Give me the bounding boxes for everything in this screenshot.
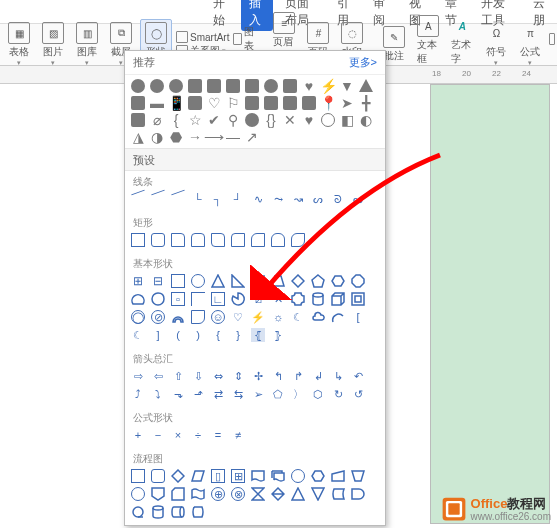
shape-item[interactable]: ⟶ [207, 130, 221, 144]
shape-item[interactable] [131, 113, 145, 127]
btn-insertnum[interactable]: 插入数字 [549, 11, 557, 67]
link-more[interactable]: 更多> [349, 55, 377, 70]
shape-rounddiag[interactable] [291, 233, 305, 247]
btn-gallery[interactable]: ▥图库▾ [72, 20, 102, 69]
shape-rtriangle[interactable] [231, 274, 245, 288]
shape-item[interactable]: 📍 [321, 96, 335, 110]
shape-chord[interactable] [131, 292, 145, 306]
shape-diagstripe[interactable]: ⧄ [251, 292, 265, 306]
shape-lshape[interactable]: ∟ [211, 292, 225, 306]
shape-item[interactable] [245, 96, 259, 110]
shape-snip1[interactable] [171, 233, 185, 247]
shape-manualinput[interactable] [331, 469, 345, 483]
shape-pie[interactable] [231, 292, 245, 306]
shape-extract[interactable] [291, 487, 305, 501]
shape-item[interactable] [245, 113, 259, 127]
shape-magdisk[interactable] [151, 505, 165, 519]
shape-snipround[interactable] [231, 233, 245, 247]
shape-connector[interactable] [131, 487, 145, 501]
shape-arrow-d[interactable]: ⇩ [191, 369, 205, 383]
shape-terminator[interactable] [291, 469, 305, 483]
shape-item[interactable] [188, 79, 202, 93]
shape-item[interactable]: ♡ [207, 96, 221, 110]
shape-display[interactable] [191, 505, 205, 519]
shape-arrow-bent[interactable]: ↳ [331, 369, 345, 383]
shape-arrow[interactable]: ⬎ [171, 387, 185, 401]
shape-arrow-circ[interactable]: ↺ [351, 387, 365, 401]
shape-process[interactable] [131, 469, 145, 483]
shape-parallelogram[interactable] [251, 274, 265, 288]
shape-heart[interactable]: ♡ [231, 310, 245, 324]
shape-predefined[interactable]: ▯ [211, 469, 225, 483]
shape-item[interactable]: ▼ [340, 79, 354, 93]
btn-table[interactable]: ▦表格▾ [4, 20, 34, 69]
shape-arrow-lr[interactable]: ⇔ [211, 369, 225, 383]
shape-arrow-notch[interactable]: ➢ [251, 387, 265, 401]
shape-item[interactable]: ♥ [302, 79, 316, 93]
shape-sort[interactable] [271, 487, 285, 501]
shape-arrow-l[interactable]: ⇦ [151, 369, 165, 383]
shape-item[interactable]: ☆ [188, 113, 202, 127]
shape-data[interactable] [191, 469, 205, 483]
shape-item[interactable] [245, 79, 259, 93]
shape-arrow-r[interactable]: ⇨ [131, 369, 145, 383]
shape-arrow[interactable]: ⤴ [131, 387, 145, 401]
shape-textbox-v[interactable]: ⊟ [151, 274, 165, 288]
shape-item[interactable] [169, 79, 183, 93]
shape-bracket-r[interactable]: ] [151, 328, 165, 342]
shape-item[interactable]: { [169, 113, 183, 127]
shape-item[interactable]: 📱 [169, 96, 183, 110]
shape-rect[interactable] [131, 233, 145, 247]
shape-item[interactable]: ↗ [245, 130, 259, 144]
shape-triangle[interactable] [211, 274, 225, 288]
shape-item[interactable] [207, 79, 221, 93]
shape-teardrop[interactable] [151, 292, 165, 306]
shape-item[interactable] [264, 79, 278, 93]
shape-stored[interactable] [331, 487, 345, 501]
shape-item[interactable]: — [226, 130, 240, 144]
shape-hexagon[interactable] [331, 274, 345, 288]
btn-smartart[interactable]: SmartArt [176, 31, 229, 43]
shape-arrow-circ[interactable]: ↻ [331, 387, 345, 401]
shape-item[interactable] [302, 96, 316, 110]
shape-trapezoid[interactable] [271, 274, 285, 288]
btn-chart[interactable]: 图表 [233, 25, 257, 53]
shape-cross[interactable]: ✕ [271, 292, 285, 306]
shape-multidoc[interactable] [271, 469, 285, 483]
shape-tape[interactable] [191, 487, 205, 501]
shape-arrow-bent[interactable]: ↱ [291, 369, 305, 383]
shape-elbow[interactable]: ┐ [211, 192, 225, 206]
shape-elbow[interactable]: ┘ [231, 192, 245, 206]
shape-snipdiag[interactable] [211, 233, 225, 247]
shape-equal[interactable]: = [211, 428, 225, 442]
shape-item[interactable]: ⚐ [226, 96, 240, 110]
shape-card[interactable] [171, 487, 185, 501]
shape-dblbrace-r[interactable]: ⦄ [271, 328, 285, 342]
shape-summing[interactable]: ⊕ [211, 487, 225, 501]
shape-item[interactable]: ⬣ [169, 130, 183, 144]
shape-internal[interactable]: ⊞ [231, 469, 245, 483]
shape-or[interactable]: ⊗ [231, 487, 245, 501]
shape-item[interactable]: ◧ [340, 113, 354, 127]
shape-arrow[interactable]: ⬏ [191, 387, 205, 401]
shape-arc[interactable] [331, 310, 345, 324]
shape-scribble[interactable]: ᔓ [351, 192, 365, 206]
shape-arrow-quad[interactable]: ✢ [251, 369, 265, 383]
shape-plaque[interactable] [291, 292, 305, 306]
shape-bevel[interactable] [351, 292, 365, 306]
shape-moon[interactable]: ☾ [291, 310, 305, 324]
shape-donut[interactable]: ◯ [131, 310, 145, 324]
shape-item[interactable]: ◮ [131, 130, 145, 144]
shape-item[interactable]: {} [264, 113, 278, 127]
shape-line[interactable] [171, 190, 184, 196]
shape-sun[interactable]: ☼ [271, 310, 285, 324]
shape-item[interactable] [283, 79, 297, 93]
shape-oval[interactable] [191, 274, 205, 288]
shape-snip2[interactable] [191, 233, 205, 247]
shape-curve[interactable]: ⤳ [271, 192, 285, 206]
shape-item[interactable] [150, 79, 164, 93]
shape-frame[interactable]: ▫ [171, 292, 185, 306]
shape-arrow-u[interactable]: ⇧ [171, 369, 185, 383]
shape-cloud[interactable] [311, 310, 325, 324]
shape-item[interactable]: ✕ [283, 113, 297, 127]
